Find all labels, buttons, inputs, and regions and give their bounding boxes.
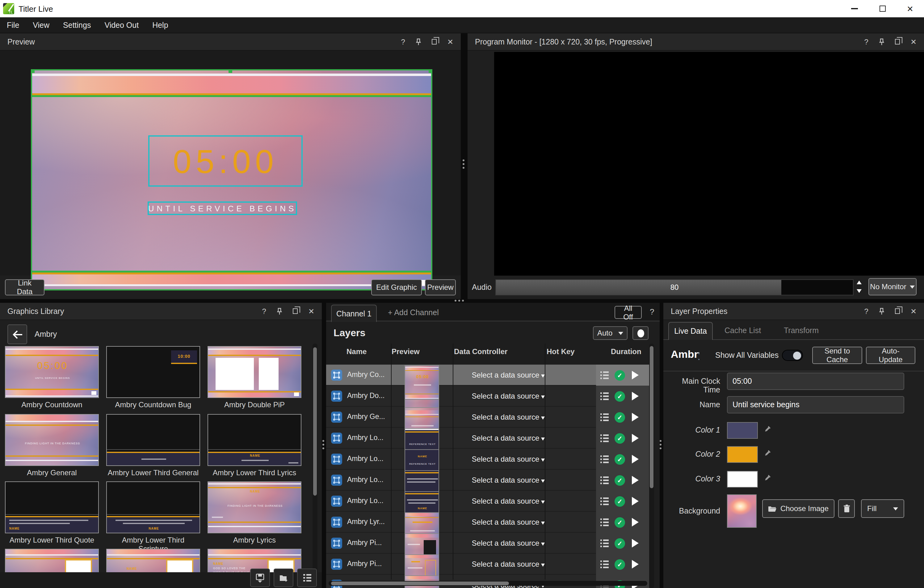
variables-list-icon[interactable]	[601, 518, 610, 526]
play-icon[interactable]	[632, 392, 639, 400]
variables-list-icon[interactable]	[601, 497, 610, 505]
audio-slider[interactable]: 80	[495, 279, 854, 296]
play-icon[interactable]	[632, 371, 639, 380]
library-splitter-grip[interactable]	[322, 440, 324, 449]
layer-on-icon[interactable]: ✓	[615, 496, 625, 506]
library-item-ambry-lyrics[interactable]: NAME FINDING LIGHT IN THE DARKNESS	[208, 481, 301, 533]
menu-video-out[interactable]: Video Out	[97, 21, 145, 29]
variables-list-icon[interactable]	[601, 413, 610, 421]
layer-row[interactable]: Ambry Pi... Select a data source ✓	[326, 533, 649, 554]
layer-on-icon[interactable]: ✓	[615, 559, 625, 570]
library-item-ambry-lower-third-general[interactable]	[106, 414, 200, 466]
color1-swatch[interactable]	[727, 422, 758, 439]
list-view-button[interactable]	[297, 568, 317, 587]
play-icon[interactable]	[632, 518, 639, 527]
fill-mode-select[interactable]: Fill	[861, 499, 904, 518]
float-icon[interactable]	[895, 39, 900, 45]
layer-row[interactable]: Ambry Do... Select a data source ✓	[326, 386, 649, 406]
monitor-select[interactable]: No Monitor	[868, 278, 917, 296]
save-graphic-button[interactable]	[250, 568, 270, 587]
variables-list-icon[interactable]	[601, 476, 610, 484]
choose-image-button[interactable]: Choose Image	[762, 499, 835, 518]
play-icon[interactable]	[632, 434, 639, 443]
menu-view[interactable]: View	[26, 21, 56, 29]
send-to-cache-button[interactable]: Send to Cache	[812, 347, 862, 364]
library-item-ambry-countdown-bug[interactable]: 10:00	[106, 346, 200, 398]
variables-list-icon[interactable]	[601, 455, 610, 463]
tab-transform[interactable]: Transform	[784, 326, 819, 335]
auto-update-button[interactable]: Auto-Update	[866, 347, 915, 364]
show-all-variables-toggle[interactable]	[782, 350, 803, 361]
countdown-text-box[interactable]: 05:00	[148, 135, 303, 187]
layer-row[interactable]: Ambry Ge... Select a data source ✓	[326, 406, 649, 428]
subtitle-text-box[interactable]: UNTIL SERVICE BEGINS	[148, 202, 297, 215]
close-button[interactable]: ✕	[896, 0, 924, 17]
layer-on-icon[interactable]: ✓	[615, 475, 625, 486]
edit-graphic-button[interactable]: Edit Graphic	[371, 279, 422, 296]
play-icon[interactable]	[632, 455, 639, 464]
channel-tab[interactable]: Channel 1	[331, 305, 377, 322]
pin-icon[interactable]	[416, 38, 421, 45]
eyedropper-icon[interactable]	[764, 473, 771, 484]
float-icon[interactable]	[293, 308, 298, 314]
horizontal-splitter-grip[interactable]	[455, 300, 464, 302]
vertical-splitter-grip[interactable]	[463, 159, 464, 169]
back-button[interactable]	[7, 324, 27, 344]
play-icon[interactable]	[632, 476, 639, 484]
close-icon[interactable]: ✕	[911, 307, 917, 315]
variables-list-icon[interactable]	[601, 392, 610, 400]
tab-cache-list[interactable]: Cache List	[724, 326, 761, 335]
tab-live-data[interactable]: Live Data	[668, 322, 713, 340]
add-folder-button[interactable]	[274, 568, 294, 587]
background-image-thumb[interactable]	[727, 494, 757, 528]
layer-row[interactable]: Ambry Co... Select a data source ✓	[326, 365, 649, 386]
close-icon[interactable]: ✕	[308, 307, 314, 315]
channel-splitter-grip[interactable]	[660, 440, 662, 449]
layer-on-icon[interactable]: ✓	[615, 538, 625, 548]
play-icon[interactable]	[632, 497, 639, 505]
help-icon[interactable]: ?	[865, 307, 868, 315]
variables-list-icon[interactable]	[601, 434, 610, 442]
name-field[interactable]	[727, 396, 904, 413]
minimize-button[interactable]	[841, 0, 868, 17]
layer-on-icon[interactable]: ✓	[615, 517, 625, 527]
link-data-button[interactable]: Link Data	[5, 279, 45, 296]
pin-icon[interactable]	[879, 307, 884, 315]
variables-list-icon[interactable]	[601, 371, 610, 379]
layers-scrollbar[interactable]	[649, 344, 654, 588]
library-item-ambry-double-pip[interactable]	[208, 346, 301, 398]
audio-spin-up[interactable]	[857, 281, 861, 284]
pin-icon[interactable]	[879, 38, 884, 45]
help-icon[interactable]: ?	[650, 307, 654, 316]
play-icon[interactable]	[632, 560, 639, 568]
preview-button[interactable]: Preview	[425, 279, 456, 296]
layer-row[interactable]: Ambry Lo... Select a data source ✓	[326, 470, 649, 491]
close-icon[interactable]: ✕	[911, 38, 917, 45]
layer-row[interactable]: Ambry Lyr... Select a data source ✓	[326, 512, 649, 533]
layer-on-icon[interactable]: ✓	[615, 433, 625, 443]
delete-background-button[interactable]	[838, 499, 855, 518]
play-icon[interactable]	[632, 413, 639, 421]
layer-on-icon[interactable]: ✓	[615, 412, 625, 422]
variables-list-icon[interactable]	[601, 560, 610, 568]
eyedropper-icon[interactable]	[764, 424, 771, 435]
menu-help[interactable]: Help	[145, 21, 175, 29]
variables-list-icon[interactable]	[601, 539, 610, 547]
layer-on-icon[interactable]: ✓	[615, 454, 625, 464]
layer-row[interactable]: Ambry Pi... Select a data source ✓	[326, 554, 649, 575]
main-clock-time-field[interactable]	[727, 373, 904, 390]
all-off-button[interactable]: All Off	[615, 306, 642, 319]
audio-spin-down[interactable]	[857, 289, 861, 293]
float-icon[interactable]	[895, 308, 900, 314]
library-scrollbar[interactable]	[312, 344, 317, 586]
layer-mode-select[interactable]: Auto	[593, 326, 627, 340]
layers-h-scrollbar[interactable]	[328, 581, 647, 586]
library-item-ambry-lower-third-scripture[interactable]: NAME	[106, 481, 200, 533]
help-icon[interactable]: ?	[401, 38, 405, 45]
layer-row[interactable]: Ambry Lo... Select a data source ✓	[326, 449, 649, 470]
library-item-ambry-countdown[interactable]: 05:00 UNTIL SERVICE BEGINS	[5, 346, 99, 398]
play-icon[interactable]	[632, 539, 639, 548]
layer-on-icon[interactable]: ✓	[615, 370, 625, 380]
layer-row[interactable]: Ambry Lo... Select a data source ✓	[326, 428, 649, 449]
color2-swatch[interactable]	[727, 446, 758, 463]
